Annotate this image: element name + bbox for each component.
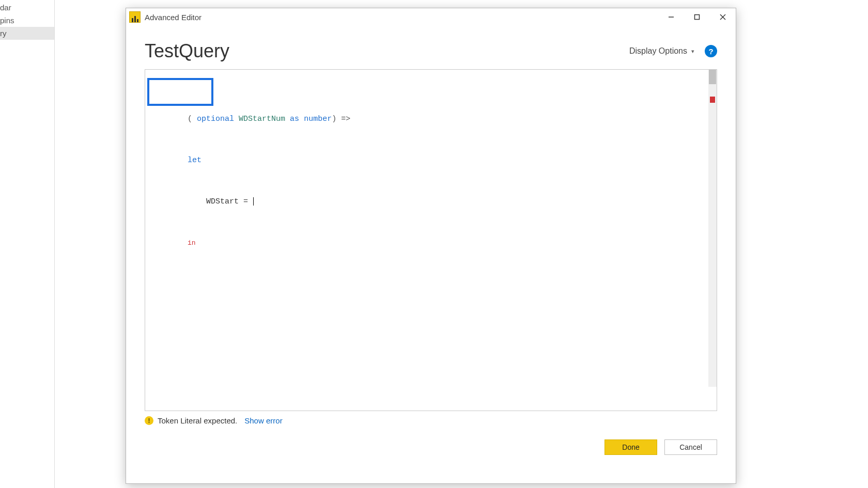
code-token: ( — [188, 115, 197, 123]
code-editor[interactable]: ( optional WDStartNum as number) => let … — [145, 69, 717, 411]
queries-item-selected[interactable]: ry — [0, 27, 54, 40]
code-token: ) => — [332, 115, 350, 123]
show-error-link[interactable]: Show error — [244, 416, 282, 425]
minimize-button[interactable] — [658, 8, 684, 26]
titlebar: Advanced Editor — [126, 8, 736, 26]
chevron-down-icon: ▾ — [691, 48, 694, 55]
status-message: Token Literal expected. — [158, 416, 237, 425]
editor-scrollbar[interactable] — [708, 70, 717, 387]
code-token: number — [304, 115, 332, 123]
queries-panel: dar pins ry — [0, 0, 55, 488]
code-token: let — [188, 156, 202, 165]
code-token: WDStartNum — [239, 115, 285, 123]
advanced-editor-dialog: Advanced Editor TestQuery Display Option… — [126, 8, 736, 484]
error-squiggle: in — [188, 239, 196, 247]
code-token: as — [290, 115, 299, 123]
warning-icon: ! — [145, 416, 153, 425]
cancel-button[interactable]: Cancel — [664, 439, 717, 455]
code-token: = — [239, 197, 253, 206]
scrollbar-thumb[interactable] — [709, 70, 716, 84]
done-button[interactable]: Done — [605, 439, 657, 455]
text-cursor — [253, 197, 254, 206]
queries-item[interactable]: dar — [0, 1, 54, 14]
scrollbar-error-marker — [710, 97, 715, 103]
display-options-label: Display Options — [629, 46, 687, 56]
display-options-dropdown[interactable]: Display Options ▾ — [629, 46, 694, 56]
header-row: TestQuery Display Options ▾ ? — [126, 26, 736, 66]
code-token: WDStart — [206, 197, 239, 206]
maximize-button[interactable] — [684, 8, 710, 26]
query-name-title: TestQuery — [145, 40, 629, 62]
close-button[interactable] — [710, 8, 736, 26]
window-title: Advanced Editor — [145, 13, 202, 22]
code-token: optional — [197, 115, 234, 123]
code-indent — [188, 197, 206, 206]
help-button[interactable]: ? — [705, 45, 717, 57]
status-row: ! Token Literal expected. Show error — [126, 411, 736, 425]
code-textarea[interactable]: ( optional WDStartNum as number) => let … — [145, 70, 708, 411]
powerbi-icon — [129, 11, 141, 23]
dialog-footer: Done Cancel — [126, 425, 736, 465]
svg-rect-1 — [695, 15, 700, 20]
queries-item[interactable]: pins — [0, 14, 54, 27]
